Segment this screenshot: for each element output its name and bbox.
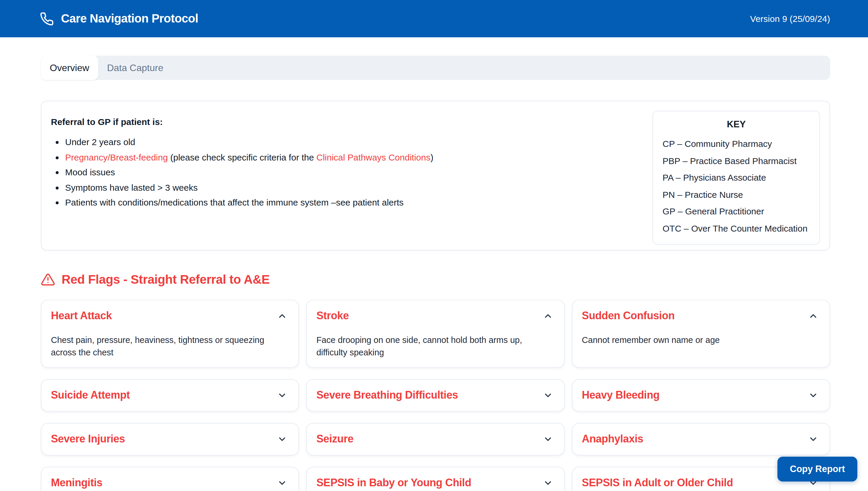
chevron-up-icon (808, 311, 818, 321)
key-item: CP – Community Pharmacy (663, 136, 810, 152)
chevron-down-icon (277, 390, 288, 400)
main-content: OverviewData Capture Referral to GP if p… (0, 56, 868, 491)
key-title: KEY (663, 119, 810, 130)
red-flag-card-heavy-bleeding: Heavy Bleeding (572, 379, 830, 412)
referral-text: Symptoms have lasted > 3 weeks (65, 182, 198, 192)
red-flag-card-title: Anaphylaxis (582, 432, 643, 446)
red-flag-card-toggle[interactable]: Meningitis (51, 475, 289, 490)
red-flag-card-sepsis-in-baby-or-young-child: SEPSIS in Baby or Young Child (306, 467, 565, 491)
chevron-down-icon (543, 478, 553, 488)
red-flag-grid: Heart AttackChest pain, pressure, heavin… (41, 300, 830, 491)
copy-report-button[interactable]: Copy Report (777, 457, 857, 482)
red-flag-card-severe-breathing-difficulties: Severe Breathing Difficulties (306, 379, 565, 412)
red-flag-card-toggle[interactable]: Severe Breathing Difficulties (317, 388, 555, 403)
red-flag-card-toggle[interactable]: Anaphylaxis (582, 432, 820, 446)
red-flag-card-meningitis: Meningitis (41, 467, 299, 491)
red-flag-card-title: Heavy Bleeding (582, 388, 660, 403)
warning-triangle-icon (41, 272, 55, 287)
referral-link[interactable]: Clinical Pathways Conditions (317, 152, 430, 162)
key-item: PA – Physicians Associate (663, 169, 810, 186)
red-flag-card-toggle[interactable]: Sudden Confusion (582, 309, 820, 323)
referral-link[interactable]: Pregnancy/Breast-feeding (65, 152, 168, 162)
chevron-down-icon (808, 390, 818, 400)
red-flag-card-title: Suicide Attempt (51, 388, 130, 403)
tab-data-capture[interactable]: Data Capture (98, 56, 172, 80)
red-flag-card-title: Stroke (317, 309, 349, 323)
red-flag-card-toggle[interactable]: SEPSIS in Baby or Young Child (317, 475, 555, 490)
red-flag-card-anaphylaxis: Anaphylaxis (572, 423, 830, 456)
referral-text: Patients with conditions/medications tha… (65, 197, 403, 207)
referral-text: ) (430, 152, 433, 162)
red-flag-card-title: SEPSIS in Baby or Young Child (317, 475, 471, 490)
tab-overview[interactable]: Overview (41, 56, 98, 80)
key-item: PN – Practice Nurse (663, 186, 810, 203)
red-flag-card-seizure: Seizure (306, 423, 565, 456)
chevron-up-icon (277, 311, 288, 321)
red-flag-card-heart-attack: Heart AttackChest pain, pressure, heavin… (41, 300, 299, 368)
key-panel: KEY CP – Community PharmacyPBP – Practic… (653, 111, 820, 244)
red-flags-heading: Red Flags - Straight Referral to A&E (41, 272, 830, 287)
app-header: Care Navigation Protocol Version 9 (25/0… (0, 0, 868, 37)
red-flag-card-title: SEPSIS in Adult or Older Child (582, 475, 733, 490)
referral-panel: Referral to GP if patient is: Under 2 ye… (41, 101, 830, 251)
tab-bar: OverviewData Capture (41, 56, 830, 80)
chevron-down-icon (277, 478, 288, 488)
red-flag-card-body: Cannot remember own name or age (582, 334, 820, 346)
chevron-down-icon (808, 434, 818, 444)
chevron-down-icon (543, 390, 553, 400)
red-flag-card-body: Chest pain, pressure, heaviness, tightne… (51, 334, 289, 359)
red-flag-card-toggle[interactable]: Severe Injuries (51, 432, 289, 446)
red-flag-card-title: Meningitis (51, 475, 102, 490)
key-item: PBP – Practice Based Pharmacist (663, 152, 810, 169)
chevron-down-icon (277, 434, 288, 444)
chevron-up-icon (543, 311, 553, 321)
red-flag-card-toggle[interactable]: Heavy Bleeding (582, 388, 820, 403)
red-flag-card-title: Sudden Confusion (582, 309, 675, 323)
red-flag-card-toggle[interactable]: Suicide Attempt (51, 388, 289, 403)
red-flag-card-title: Seizure (317, 432, 354, 446)
referral-text: (please check specific criteria for the (168, 152, 317, 162)
chevron-down-icon (543, 434, 553, 444)
version-label: Version 9 (25/09/24) (750, 13, 830, 24)
referral-text: Under 2 years old (65, 137, 135, 147)
red-flag-card-toggle[interactable]: Heart Attack (51, 309, 289, 323)
key-item: GP – General Practitioner (663, 203, 810, 220)
red-flag-card-title: Severe Injuries (51, 432, 125, 446)
red-flag-card-title: Severe Breathing Difficulties (317, 388, 458, 403)
red-flag-card-title: Heart Attack (51, 309, 112, 323)
red-flag-card-body: Face drooping on one side, cannot hold b… (317, 334, 555, 359)
key-list: CP – Community PharmacyPBP – Practice Ba… (663, 136, 810, 237)
page: Care Navigation Protocol Version 9 (25/0… (0, 0, 868, 491)
red-flag-card-suicide-attempt: Suicide Attempt (41, 379, 299, 412)
red-flag-card-toggle[interactable]: Seizure (317, 432, 555, 446)
red-flag-card-toggle[interactable]: Stroke (317, 309, 555, 323)
red-flag-card-severe-injuries: Severe Injuries (41, 423, 299, 456)
page-title: Care Navigation Protocol (61, 12, 198, 26)
referral-text: Mood issues (65, 167, 115, 177)
red-flags-heading-text: Red Flags - Straight Referral to A&E (62, 272, 270, 287)
red-flag-card-stroke: StrokeFace drooping on one side, cannot … (306, 300, 565, 368)
phone-icon (40, 11, 54, 26)
red-flag-card-sudden-confusion: Sudden ConfusionCannot remember own name… (572, 300, 830, 368)
key-item: OTC – Over The Counter Medication (663, 220, 810, 237)
